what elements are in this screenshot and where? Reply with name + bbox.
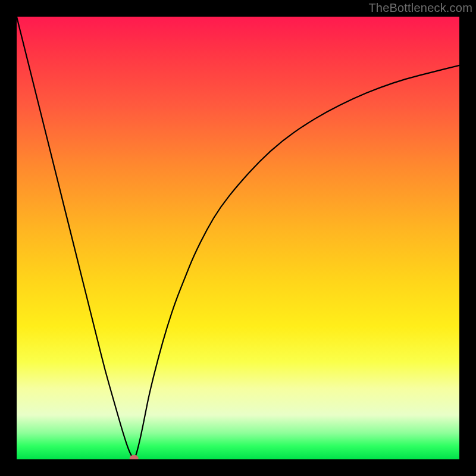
left-branch-curve xyxy=(17,17,134,459)
watermark-text: TheBottleneck.com xyxy=(368,1,472,15)
min-marker xyxy=(130,455,138,459)
plot-area xyxy=(17,17,459,459)
right-branch-curve xyxy=(134,65,459,459)
chart-svg xyxy=(17,17,459,459)
chart-frame: TheBottleneck.com xyxy=(0,0,476,476)
